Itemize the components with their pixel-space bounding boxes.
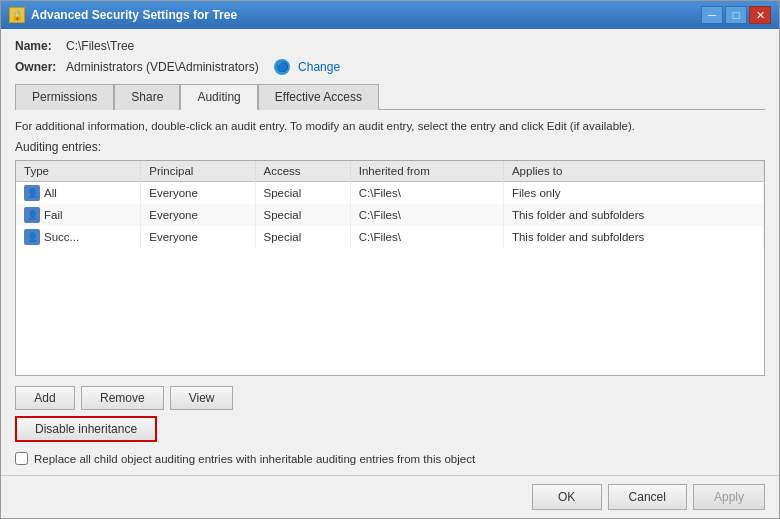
table-header-row: Type Principal Access Inherited from App… [16,161,764,182]
cell-principal: Everyone [141,226,255,248]
minimize-button[interactable]: ─ [701,6,723,24]
replace-checkbox-row: Replace all child object auditing entrie… [15,452,765,465]
tab-auditing[interactable]: Auditing [180,84,257,110]
dialog-content: Name: C:\Files\Tree Owner: Administrator… [1,29,779,475]
description-text: For additional information, double-click… [15,118,765,134]
window-title: Advanced Security Settings for Tree [31,8,237,22]
close-button[interactable]: ✕ [749,6,771,24]
cell-applies-to: This folder and subfolders [503,204,763,226]
table-row[interactable]: 👤 Fail Everyone Special C:\Files\ This f… [16,204,764,226]
change-link[interactable]: Change [298,60,340,74]
restore-button[interactable]: □ [725,6,747,24]
name-value: C:\Files\Tree [66,39,134,53]
view-button[interactable]: View [170,386,234,410]
name-label: Name: [15,39,60,53]
cell-applies-to: This folder and subfolders [503,226,763,248]
disable-inheritance-button[interactable]: Disable inheritance [15,416,157,442]
cell-type: 👤 Fail [16,204,141,226]
replace-checkbox[interactable] [15,452,28,465]
cancel-button[interactable]: Cancel [608,484,687,510]
cell-access: Special [255,204,350,226]
window-icon: 🔒 [9,7,25,23]
cell-type: 👤 All [16,182,141,205]
dialog-footer: OK Cancel Apply [1,475,779,518]
cell-type: 👤 Succ... [16,226,141,248]
title-bar: 🔒 Advanced Security Settings for Tree ─ … [1,1,779,29]
title-bar-left: 🔒 Advanced Security Settings for Tree [9,7,237,23]
table-row[interactable]: 👤 Succ... Everyone Special C:\Files\ Thi… [16,226,764,248]
add-button[interactable]: Add [15,386,75,410]
entries-label: Auditing entries: [15,140,765,154]
table-row[interactable]: 👤 All Everyone Special C:\Files\ Files o… [16,182,764,205]
remove-button[interactable]: Remove [81,386,164,410]
col-principal: Principal [141,161,255,182]
action-buttons: Add Remove View [15,386,765,410]
owner-value: Administrators (VDE\Administrators) [66,60,259,74]
col-type: Type [16,161,141,182]
user-icon: 👤 [24,229,40,245]
change-icon: 🔵 [274,59,290,75]
user-icon: 👤 [24,207,40,223]
cell-access: Special [255,182,350,205]
ok-button[interactable]: OK [532,484,602,510]
col-inherited: Inherited from [350,161,503,182]
tab-bar: Permissions Share Auditing Effective Acc… [15,83,765,110]
replace-checkbox-label: Replace all child object auditing entrie… [34,453,475,465]
cell-inherited-from: C:\Files\ [350,204,503,226]
cell-applies-to: Files only [503,182,763,205]
apply-button[interactable]: Apply [693,484,765,510]
tab-effective-access[interactable]: Effective Access [258,84,379,110]
title-controls: ─ □ ✕ [701,6,771,24]
tab-share[interactable]: Share [114,84,180,110]
cell-inherited-from: C:\Files\ [350,182,503,205]
disable-inheritance-row: Disable inheritance [15,416,765,442]
auditing-entries-table: Type Principal Access Inherited from App… [15,160,765,376]
cell-inherited-from: C:\Files\ [350,226,503,248]
owner-label: Owner: [15,60,60,74]
col-access: Access [255,161,350,182]
user-icon: 👤 [24,185,40,201]
name-row: Name: C:\Files\Tree [15,39,765,53]
cell-principal: Everyone [141,204,255,226]
col-applies: Applies to [503,161,763,182]
tab-permissions[interactable]: Permissions [15,84,114,110]
owner-row: Owner: Administrators (VDE\Administrator… [15,59,765,75]
cell-access: Special [255,226,350,248]
cell-principal: Everyone [141,182,255,205]
main-window: 🔒 Advanced Security Settings for Tree ─ … [0,0,780,519]
